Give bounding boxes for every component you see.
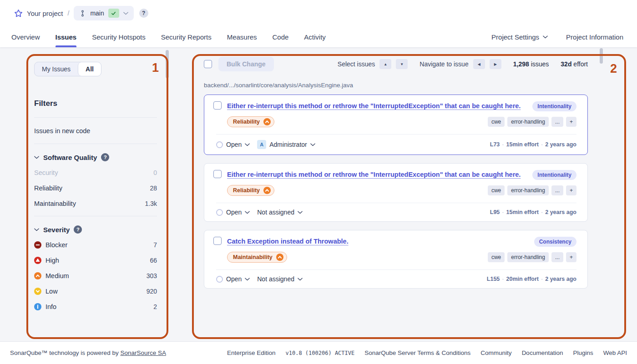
issue-status-dropdown[interactable]: Open: [216, 141, 250, 148]
content-area: My Issues All Filters Issues in new code…: [0, 47, 637, 341]
divider: [34, 117, 157, 118]
software-quality-badge[interactable]: Reliability: [227, 185, 274, 196]
divider: [216, 203, 576, 203]
chevron-down-icon: [34, 156, 39, 159]
dot-separator: ·: [502, 276, 504, 282]
tag-add[interactable]: +: [566, 117, 576, 127]
footer-link-community[interactable]: Community: [480, 349, 511, 356]
footer-link-documentation[interactable]: Documentation: [522, 349, 563, 356]
issues-scrollbar[interactable]: [600, 48, 603, 64]
tag-error-handling[interactable]: error-handling: [507, 185, 549, 195]
issue-assignee-label: Administrator: [269, 141, 307, 148]
tag-cwe[interactable]: cwe: [488, 117, 505, 127]
tag-error-handling[interactable]: error-handling: [507, 252, 549, 262]
issue-line: L95: [490, 209, 500, 215]
tag-error-handling[interactable]: error-handling: [507, 117, 549, 127]
issue-assignee-dropdown[interactable]: Not assigned: [257, 275, 303, 283]
all-issues-toggle[interactable]: All: [78, 62, 101, 76]
high-icon: [34, 257, 41, 264]
software-quality-facet-header[interactable]: Software Quality ?: [34, 153, 157, 161]
bulk-change-button[interactable]: Bulk Change: [218, 57, 274, 71]
severity-facet-header[interactable]: Severity ?: [34, 225, 157, 234]
issues-total-number: 1,298: [513, 60, 529, 68]
breadcrumb-separator: /: [68, 10, 70, 17]
dot-separator: ·: [541, 276, 543, 282]
issue-card[interactable]: Either re-interrupt this method or rethr…: [204, 95, 588, 155]
project-settings-menu[interactable]: Project Settings: [491, 33, 548, 41]
issue-assignee-dropdown[interactable]: Not assigned: [257, 209, 303, 216]
divider: [34, 216, 157, 216]
branch-help-icon[interactable]: ?: [139, 9, 148, 18]
software-quality-badge[interactable]: Reliability: [227, 116, 274, 127]
issue-title-link[interactable]: Either re-interrupt this method or rethr…: [227, 170, 527, 180]
select-issues-label: Select issues: [338, 60, 375, 68]
issue-card[interactable]: Catch Exception instead of Throwable. Co…: [204, 230, 588, 289]
tab-issues[interactable]: Issues: [56, 26, 77, 47]
sidebar-scrollbar[interactable]: [166, 50, 169, 78]
medium-icon: [263, 187, 271, 194]
facet-reliability[interactable]: Reliability 28: [34, 180, 157, 196]
issue-status-dropdown[interactable]: Open: [216, 275, 250, 283]
select-all-checkbox[interactable]: [204, 60, 212, 68]
tag-add[interactable]: +: [566, 185, 576, 195]
medium-icon: [263, 118, 271, 125]
tab-overview[interactable]: Overview: [11, 26, 40, 47]
software-quality-badge[interactable]: Maintainability: [227, 252, 287, 263]
project-settings-label: Project Settings: [491, 33, 539, 41]
project-information-link[interactable]: Project Information: [566, 33, 623, 41]
tab-code[interactable]: Code: [273, 26, 289, 47]
facet-info[interactable]: Info 2: [34, 299, 157, 314]
tag-more[interactable]: ...: [551, 252, 563, 262]
footer-link-terms[interactable]: SonarQube Server Terms & Conditions: [364, 349, 470, 356]
open-status-icon: [216, 141, 223, 148]
footer-link-webapi[interactable]: Web API: [603, 349, 627, 356]
navigate-next-button[interactable]: ▶: [490, 59, 501, 69]
software-quality-help-icon[interactable]: ?: [101, 153, 109, 161]
footer-link-plugins[interactable]: Plugins: [573, 349, 593, 356]
top-bar: Your project / main ? Overview Issues Se…: [0, 0, 637, 47]
favorite-star-icon[interactable]: [14, 9, 23, 18]
facet-low[interactable]: Low 920: [34, 284, 157, 299]
divider: [216, 134, 576, 135]
issue-meta: L95·15min effort·2 years ago: [490, 209, 576, 215]
navigate-previous-button[interactable]: ◀: [473, 59, 485, 69]
tag-cwe[interactable]: cwe: [488, 252, 505, 262]
facet-high[interactable]: High 66: [34, 253, 157, 268]
issue-assignee-dropdown[interactable]: A Administrator: [257, 140, 315, 149]
issue-checkbox[interactable]: [213, 170, 222, 178]
facet-blocker[interactable]: Blocker 7: [34, 237, 157, 253]
issue-card[interactable]: Either re-interrupt this method or rethr…: [204, 163, 588, 222]
quality-gate-passed-badge: [108, 9, 119, 18]
tab-measures[interactable]: Measures: [227, 26, 257, 47]
severity-title: Severity: [43, 226, 70, 234]
issue-checkbox[interactable]: [213, 101, 222, 110]
facet-security[interactable]: Security 0: [34, 165, 157, 180]
breadcrumb: Your project / main ?: [0, 0, 637, 26]
tag-cwe[interactable]: cwe: [488, 185, 505, 195]
tag-more[interactable]: ...: [551, 185, 563, 195]
my-issues-toggle[interactable]: My Issues: [35, 62, 78, 76]
issue-title-link[interactable]: Catch Exception instead of Throwable.: [227, 237, 529, 246]
select-next-issue-button[interactable]: ▼: [396, 59, 408, 69]
issue-status-label: Open: [226, 209, 242, 216]
breadcrumb-project-link[interactable]: Your project: [27, 10, 63, 17]
facet-medium[interactable]: Medium 303: [34, 268, 157, 284]
issue-status-dropdown[interactable]: Open: [216, 209, 250, 216]
issue-assignee-label: Not assigned: [257, 209, 294, 216]
issues-in-new-code-filter[interactable]: Issues in new code: [34, 127, 157, 135]
divider: [216, 269, 576, 270]
tab-security-reports[interactable]: Security Reports: [161, 26, 212, 47]
tab-activity[interactable]: Activity: [304, 26, 326, 47]
tag-add[interactable]: +: [566, 252, 576, 262]
severity-help-icon[interactable]: ?: [74, 225, 82, 234]
facet-maintainability[interactable]: Maintainability 1.3k: [34, 196, 157, 211]
branch-selector[interactable]: main: [74, 6, 133, 20]
sonarsource-link[interactable]: SonarSource SA: [120, 349, 166, 356]
issues-toolbar: Bulk Change Select issues ▲ ▼ Navigate t…: [204, 57, 588, 71]
tab-security-hotspots[interactable]: Security Hotspots: [92, 26, 146, 47]
issue-title-link[interactable]: Either re-interrupt this method or rethr…: [227, 101, 527, 111]
select-previous-issue-button[interactable]: ▲: [379, 59, 391, 69]
issue-checkbox[interactable]: [213, 237, 222, 245]
tag-more[interactable]: ...: [551, 117, 563, 127]
file-path: backend/.../sonarlint/core/analysis/Anal…: [204, 82, 588, 89]
